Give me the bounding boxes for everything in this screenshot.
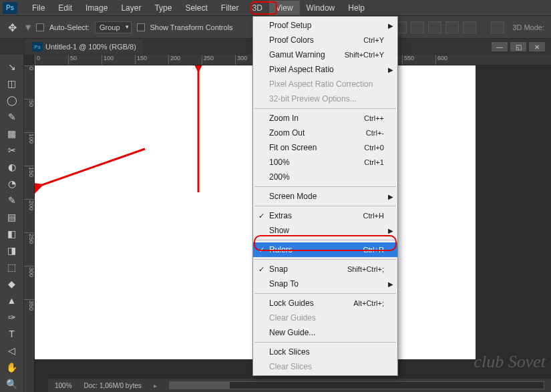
auto-select-checkbox[interactable] <box>36 23 44 31</box>
doc-size: Doc: 1,06M/0 bytes <box>84 382 142 389</box>
menu-item-pixel-aspect-ratio[interactable]: Pixel Aspect Ratio▶ <box>253 62 397 77</box>
menu-edit[interactable]: Edit <box>51 1 79 15</box>
tool-6[interactable]: ◐ <box>3 159 21 174</box>
menubar: Ps FileEditImageLayerTypeSelectFilter3DV… <box>0 0 551 16</box>
tool-4[interactable]: ▦ <box>3 126 21 141</box>
menu-help[interactable]: Help <box>341 1 371 15</box>
group-dropdown[interactable]: Group <box>95 21 132 33</box>
menu-item-proof-setup[interactable]: Proof Setup▶ <box>253 18 397 33</box>
menu-item-lock-slices[interactable]: Lock Slices <box>253 345 397 359</box>
menu-item-proof-colors[interactable]: Proof ColorsCtrl+Y <box>253 33 397 47</box>
menu-item-snap-to[interactable]: Snap To▶ <box>253 276 397 291</box>
menu-type[interactable]: Type <box>148 1 178 15</box>
window-close[interactable]: ✕ <box>528 41 546 52</box>
tool-8[interactable]: ✎ <box>3 192 21 208</box>
menu-item-clear-slices: Clear Slices <box>253 359 397 374</box>
transform-label: Show Transform Controls <box>150 23 233 31</box>
tool-12[interactable]: ⬚ <box>3 260 21 275</box>
auto-select-label: Auto-Select: <box>49 23 89 31</box>
tool-13[interactable]: ◆ <box>3 276 21 292</box>
tool-15[interactable]: ✑ <box>3 310 21 325</box>
tool-11[interactable]: ◨ <box>3 243 21 258</box>
align-icon-6[interactable] <box>463 21 476 33</box>
align-icon-3[interactable] <box>411 21 424 33</box>
menu-filter[interactable]: Filter <box>214 1 246 15</box>
menu-item-new-guide-[interactable]: New Guide... <box>253 325 397 340</box>
3d-mode-label: 3D Mode: <box>512 23 544 31</box>
menu-item-200-[interactable]: 200% <box>253 170 397 184</box>
tool-10[interactable]: ◧ <box>3 226 21 241</box>
status-bar: 100% Doc: 1,06M/0 bytes ▸ <box>48 379 551 392</box>
menu-item-gamut-warning[interactable]: Gamut WarningShift+Ctrl+Y <box>253 47 397 62</box>
tool-0[interactable]: ↘ <box>3 59 21 74</box>
tool-19[interactable]: 🔍 <box>3 377 21 392</box>
menu-item-rulers[interactable]: ✓RulersCtrl+R <box>253 242 397 257</box>
tool-2[interactable]: ◯ <box>3 92 21 108</box>
tool-14[interactable]: ▲ <box>3 293 21 309</box>
menu-item-zoom-in[interactable]: Zoom InCtrl++ <box>253 111 397 126</box>
menu-item-clear-guides: Clear Guides <box>253 311 397 325</box>
tool-7[interactable]: ◔ <box>3 176 21 191</box>
menu-3d[interactable]: 3D <box>245 1 268 15</box>
view-dropdown-menu: Proof Setup▶Proof ColorsCtrl+YGamut Warn… <box>252 16 398 376</box>
tool-9[interactable]: ▤ <box>3 209 21 224</box>
toolbox: ↘◫◯✎▦✂◐◔✎▤◧◨⬚◆▲✑T◁✋🔍 <box>0 55 24 392</box>
menu-item-zoom-out[interactable]: Zoom OutCtrl+- <box>253 126 397 140</box>
tool-17[interactable]: ◁ <box>3 343 21 359</box>
menu-item-extras[interactable]: ✓ExtrasCtrl+H <box>253 208 397 223</box>
distrib-icon[interactable] <box>491 21 504 33</box>
window-restore[interactable]: ◱ <box>510 41 527 52</box>
ruler-vertical[interactable]: 050100150200250300350 <box>24 65 35 392</box>
tool-16[interactable]: T <box>3 327 21 342</box>
menu-item-100-[interactable]: 100%Ctrl+1 <box>253 155 397 170</box>
transform-checkbox[interactable] <box>137 23 145 31</box>
tool-18[interactable]: ✋ <box>3 360 21 375</box>
move-tool-icon: ✥ <box>8 21 20 33</box>
app-logo: Ps <box>3 2 17 14</box>
menu-layer[interactable]: Layer <box>114 1 148 15</box>
tool-3[interactable]: ✎ <box>3 109 21 124</box>
tool-1[interactable]: ◫ <box>3 75 21 91</box>
document-tab[interactable]: Ps Untitled-1 @ 100% (RGB/8) <box>25 39 143 54</box>
zoom-level[interactable]: 100% <box>55 382 72 389</box>
menu-file[interactable]: File <box>25 1 51 15</box>
align-icon-4[interactable] <box>428 21 441 33</box>
menu-item-fit-on-screen[interactable]: Fit on ScreenCtrl+0 <box>253 140 397 155</box>
menu-item-pixel-aspect-ratio-correction: Pixel Aspect Ratio Correction <box>253 77 397 91</box>
window-minimize[interactable]: — <box>491 41 508 52</box>
menu-item-screen-mode[interactable]: Screen Mode▶ <box>253 189 397 204</box>
menu-item-snap[interactable]: ✓SnapShift+Ctrl+; <box>253 262 397 276</box>
menu-image[interactable]: Image <box>79 1 114 15</box>
menu-item-32-bit-preview-options-: 32-bit Preview Options... <box>253 91 397 106</box>
menu-item-lock-guides[interactable]: Lock GuidesAlt+Ctrl+; <box>253 296 397 311</box>
document-title: Untitled-1 @ 100% (RGB/8) <box>45 43 136 51</box>
align-icon-5[interactable] <box>445 21 459 33</box>
menu-item-show[interactable]: Show▶ <box>253 223 397 238</box>
tool-5[interactable]: ✂ <box>3 142 21 158</box>
menu-select[interactable]: Select <box>178 1 214 15</box>
menu-view[interactable]: View <box>269 1 300 15</box>
horizontal-scrollbar[interactable] <box>169 381 544 389</box>
menu-window[interactable]: Window <box>300 1 342 15</box>
